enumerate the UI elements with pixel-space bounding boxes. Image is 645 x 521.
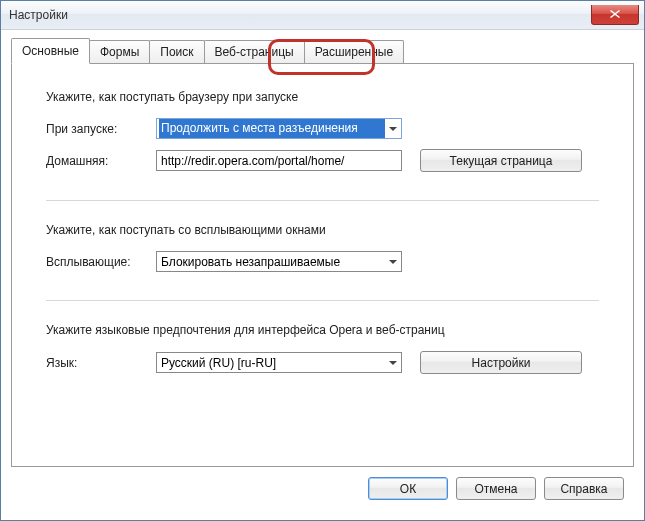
popups-value: Блокировать незапрашиваемые (161, 255, 340, 269)
tab-webpages[interactable]: Веб-страницы (204, 40, 305, 63)
language-combo[interactable]: Русский (RU) [ru-RU] (156, 352, 402, 373)
tabstrip: Основные Формы Поиск Веб-страницы Расшир… (11, 38, 634, 63)
row-onstartup: При запуске: Продолжить с места разъедин… (46, 118, 599, 139)
help-button[interactable]: Справка (544, 477, 624, 500)
separator (46, 300, 599, 301)
ok-button[interactable]: ОК (368, 477, 448, 500)
chevron-down-icon (385, 119, 401, 138)
chevron-down-icon (385, 353, 401, 372)
popups-combo[interactable]: Блокировать незапрашиваемые (156, 251, 402, 272)
dialog-footer: ОК Отмена Справка (11, 467, 634, 510)
language-value: Русский (RU) [ru-RU] (161, 356, 276, 370)
tab-page-main: Укажите, как поступать браузеру при запу… (11, 63, 634, 467)
popups-label: Всплывающие: (46, 255, 156, 269)
row-homepage: Домашняя: Текущая страница (46, 149, 599, 172)
homepage-input[interactable] (156, 150, 402, 171)
current-page-button[interactable]: Текущая страница (420, 149, 582, 172)
row-popups: Всплывающие: Блокировать незапрашиваемые (46, 251, 599, 272)
row-language: Язык: Русский (RU) [ru-RU] Настройки (46, 351, 599, 374)
onstartup-value: Продолжить с места разъединения (159, 119, 385, 138)
homepage-label: Домашняя: (46, 154, 156, 168)
settings-window: Настройки Основные Формы Поиск Веб-стран… (0, 0, 645, 521)
client-area: Основные Формы Поиск Веб-страницы Расшир… (1, 30, 644, 520)
tab-search[interactable]: Поиск (149, 40, 204, 63)
language-settings-button[interactable]: Настройки (420, 351, 582, 374)
tab-forms[interactable]: Формы (89, 40, 150, 63)
titlebar: Настройки (1, 1, 644, 30)
separator (46, 200, 599, 201)
language-heading: Укажите языковые предпочтения для интерф… (46, 323, 599, 337)
onstartup-combo[interactable]: Продолжить с места разъединения (156, 118, 402, 139)
close-button[interactable] (591, 5, 639, 25)
close-icon (610, 10, 620, 18)
chevron-down-icon (385, 252, 401, 271)
tab-advanced[interactable]: Расширенные (304, 40, 405, 63)
popups-heading: Укажите, как поступать со всплывающими о… (46, 223, 599, 237)
startup-heading: Укажите, как поступать браузеру при запу… (46, 90, 599, 104)
cancel-button[interactable]: Отмена (456, 477, 536, 500)
onstartup-label: При запуске: (46, 122, 156, 136)
tab-main[interactable]: Основные (11, 38, 90, 64)
window-title: Настройки (9, 8, 591, 22)
language-label: Язык: (46, 356, 156, 370)
